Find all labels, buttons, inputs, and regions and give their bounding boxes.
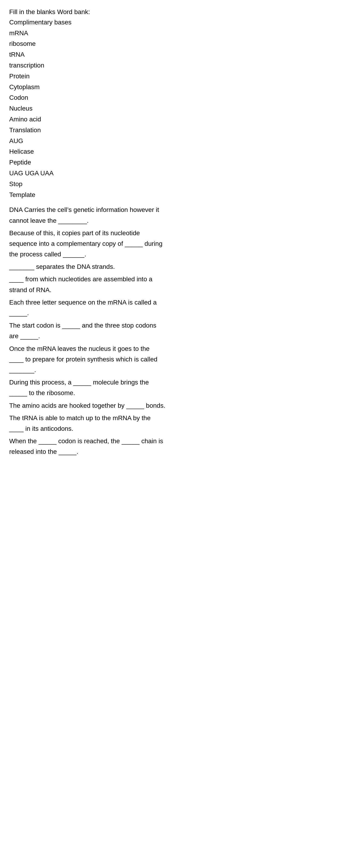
word-bank-item: Codon	[9, 93, 166, 103]
paragraph: During this process, a _____ molecule br…	[9, 377, 166, 398]
word-bank-item: transcription	[9, 60, 166, 71]
word-bank-item: Nucleus	[9, 103, 166, 114]
paragraph: Because of this, it copies part of its n…	[9, 228, 166, 260]
word-bank-item: AUG	[9, 136, 166, 146]
paragraph: The start codon is _____ and the three s…	[9, 320, 166, 341]
instruction-text: Fill in the blanks Word bank:	[9, 7, 166, 17]
paragraph: _______ separates the DNA strands.	[9, 261, 166, 272]
word-bank-item: mRNA	[9, 28, 166, 38]
main-content: Fill in the blanks Word bank: Compliment…	[9, 7, 166, 457]
word-bank-item: Amino acid	[9, 114, 166, 125]
paragraph: The tRNA is able to match up to the mRNA…	[9, 413, 166, 434]
word-bank-item: Peptide	[9, 157, 166, 168]
paragraph: The amino acids are hooked together by _…	[9, 400, 166, 411]
word-bank-item: Cytoplasm	[9, 82, 166, 92]
paragraph: DNA Carries the cell’s genetic informati…	[9, 205, 166, 226]
paragraph-section: DNA Carries the cell’s genetic informati…	[9, 205, 166, 457]
word-bank-item: tRNA	[9, 50, 166, 60]
word-bank-item: Protein	[9, 71, 166, 82]
word-bank-item: Helicase	[9, 147, 166, 157]
word-bank-item: Stop	[9, 179, 166, 189]
word-bank-item: Translation	[9, 125, 166, 135]
paragraph: ____ from which nucleotides are assemble…	[9, 274, 166, 295]
word-bank: Complimentary basesmRNAribosometRNAtrans…	[9, 17, 166, 200]
paragraph: When the _____ codon is reached, the ___…	[9, 436, 166, 457]
paragraph: Each three letter sequence on the mRNA i…	[9, 297, 166, 318]
word-bank-item: Complimentary bases	[9, 17, 166, 28]
word-bank-item: ribosome	[9, 39, 166, 49]
word-bank-item: Template	[9, 190, 166, 200]
paragraph: Once the mRNA leaves the nucleus it goes…	[9, 343, 166, 375]
word-bank-item: UAG UGA UAA	[9, 168, 166, 179]
